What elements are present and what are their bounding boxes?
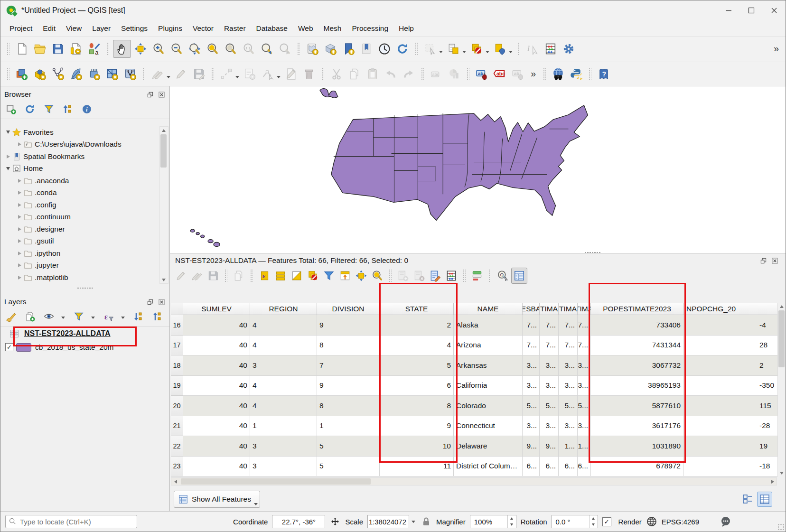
column-header-name-4[interactable]: NAME bbox=[454, 303, 523, 315]
cell[interactable]: Delaware bbox=[454, 436, 523, 457]
new-memory-layer-icon[interactable] bbox=[85, 65, 103, 83]
mouse-extents-icon[interactable] bbox=[329, 516, 341, 527]
menu-edit[interactable]: Edit bbox=[37, 22, 61, 35]
browser-item--matplotlib[interactable]: .matplotlib bbox=[1, 271, 159, 283]
new-3d-map-view-icon[interactable] bbox=[322, 40, 339, 57]
minimize-button[interactable] bbox=[717, 0, 740, 20]
menu-raster[interactable]: Raster bbox=[219, 22, 251, 35]
expand-all-icon[interactable] bbox=[132, 310, 145, 323]
cell[interactable]: 3067732 bbox=[591, 355, 683, 376]
move-selection-to-top-icon[interactable] bbox=[337, 268, 353, 283]
cell[interactable]: 3... bbox=[540, 376, 559, 396]
cell[interactable]: 3... bbox=[523, 416, 540, 437]
cell[interactable]: 3... bbox=[578, 416, 591, 437]
toolbar-grip[interactable] bbox=[389, 269, 392, 282]
cell[interactable]: 5 bbox=[317, 436, 380, 457]
toolbar-grip[interactable] bbox=[543, 67, 546, 81]
column-header-division-2[interactable]: DIVISION bbox=[317, 303, 380, 315]
undo-icon[interactable] bbox=[382, 65, 399, 83]
spin-down-icon[interactable] bbox=[508, 522, 516, 528]
open-project-icon[interactable] bbox=[31, 40, 48, 57]
rotation-spinner[interactable]: 0.0 ° bbox=[552, 515, 598, 528]
cell[interactable]: California bbox=[454, 376, 523, 396]
select-by-location-dropdown-icon[interactable] bbox=[509, 51, 513, 53]
layers-close-icon[interactable] bbox=[157, 298, 166, 306]
menu-plugins[interactable]: Plugins bbox=[153, 22, 187, 35]
cell[interactable]: -18 bbox=[683, 457, 779, 477]
toolbar-grip[interactable] bbox=[467, 67, 469, 81]
form-view-toggle[interactable] bbox=[740, 492, 755, 506]
cell[interactable]: 6 bbox=[380, 376, 454, 396]
browser-item--ipython[interactable]: .ipython bbox=[1, 247, 159, 260]
column-header-region-1[interactable]: REGION bbox=[250, 303, 317, 315]
rule-based-labeling-icon[interactable]: abc bbox=[491, 65, 508, 83]
menu-database[interactable]: Database bbox=[251, 22, 293, 35]
cell[interactable]: 7... bbox=[578, 315, 591, 336]
cell[interactable]: 40 bbox=[183, 457, 250, 477]
digitize-with-segment-dropdown-icon[interactable] bbox=[235, 76, 239, 78]
current-edits-icon[interactable] bbox=[149, 65, 166, 83]
lock-scale-icon[interactable] bbox=[421, 516, 432, 527]
cell[interactable]: 40 bbox=[183, 396, 250, 416]
toolbar-overflow-icon[interactable]: » bbox=[770, 43, 783, 54]
cell[interactable]: 7... bbox=[559, 336, 578, 356]
toolbar-grip[interactable] bbox=[589, 67, 591, 81]
layers-float-icon[interactable] bbox=[146, 298, 154, 306]
cell[interactable]: 1... bbox=[578, 436, 591, 457]
column-header-esba-5[interactable]: ESBA bbox=[523, 303, 540, 315]
identify-features-icon[interactable]: i bbox=[524, 40, 541, 57]
table-corner[interactable] bbox=[171, 303, 183, 315]
layer-labeling-icon[interactable]: ab bbox=[473, 65, 490, 83]
table-horizontal-scrollbar[interactable] bbox=[171, 477, 777, 485]
new-geopackage-layer-icon[interactable] bbox=[31, 65, 48, 83]
coordinate-input[interactable]: 22.7°, -36° bbox=[272, 515, 325, 528]
scroll-up-icon[interactable] bbox=[778, 303, 785, 310]
deselect-all-icon[interactable] bbox=[468, 40, 485, 57]
zoom-to-selection-icon[interactable] bbox=[204, 40, 221, 57]
pan-to-selection-icon[interactable] bbox=[132, 40, 149, 57]
cell[interactable]: 4 bbox=[250, 336, 317, 356]
new-shapefile-layer-icon[interactable] bbox=[49, 65, 66, 83]
deselect-all-dropdown-icon[interactable] bbox=[486, 51, 489, 53]
open-layer-styling-icon[interactable] bbox=[4, 310, 18, 323]
style-manager-icon[interactable]: a bbox=[85, 40, 103, 57]
help-contents-icon[interactable]: ? bbox=[595, 65, 612, 83]
cell[interactable]: -350 bbox=[683, 376, 779, 396]
zoom-to-selection-icon[interactable] bbox=[370, 268, 385, 283]
attribute-close-icon[interactable] bbox=[770, 257, 779, 264]
spin-up-icon[interactable] bbox=[590, 515, 598, 522]
row-number[interactable]: 18 bbox=[171, 355, 183, 376]
row-number[interactable]: 16 bbox=[171, 315, 183, 336]
digitize-with-segment-icon[interactable] bbox=[218, 65, 235, 83]
expand-arrow-icon[interactable] bbox=[4, 155, 12, 159]
filter-legend-icon[interactable] bbox=[72, 310, 85, 323]
menu-processing[interactable]: Processing bbox=[346, 22, 393, 35]
options-icon[interactable] bbox=[560, 40, 577, 57]
select-features-icon[interactable] bbox=[421, 40, 439, 57]
cell[interactable]: 3 bbox=[250, 355, 317, 376]
new-mesh-layer-icon[interactable] bbox=[103, 65, 121, 83]
new-map-view-icon[interactable] bbox=[304, 40, 321, 57]
toggle-editing-icon[interactable] bbox=[172, 65, 189, 83]
table-vertical-scrollbar[interactable] bbox=[777, 303, 786, 476]
cell[interactable]: 9 bbox=[380, 416, 454, 437]
toolbar-grip[interactable] bbox=[517, 42, 520, 56]
zoom-native-icon[interactable]: 1:1 bbox=[240, 40, 257, 57]
toolbar-grip[interactable] bbox=[142, 67, 145, 81]
save-edits-icon[interactable] bbox=[206, 268, 221, 283]
cell[interactable]: 9... bbox=[540, 436, 559, 457]
scrollbar-thumb[interactable] bbox=[160, 134, 167, 168]
maximize-button[interactable] bbox=[740, 0, 763, 20]
cell[interactable]: 7... bbox=[578, 336, 591, 356]
cell[interactable]: 5 bbox=[380, 355, 454, 376]
column-header-state-3[interactable]: STATE bbox=[380, 303, 454, 315]
search-features-icon[interactable]: Q bbox=[495, 268, 510, 283]
expand-arrow-icon[interactable] bbox=[16, 227, 23, 231]
scale-input[interactable]: 1:38024072 bbox=[367, 515, 409, 528]
cell[interactable]: 11 bbox=[380, 457, 454, 477]
browser-item--anaconda[interactable]: .anaconda bbox=[1, 175, 159, 187]
cell[interactable]: 40 bbox=[183, 315, 250, 336]
filter-features-icon[interactable] bbox=[321, 268, 337, 283]
cell[interactable]: 3... bbox=[559, 376, 578, 396]
map-canvas[interactable] bbox=[170, 86, 786, 253]
